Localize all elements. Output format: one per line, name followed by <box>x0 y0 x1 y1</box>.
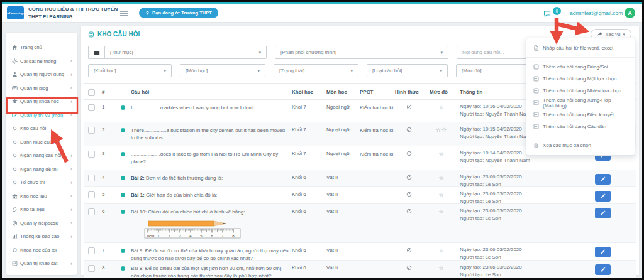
subject-cell: Ngoại ngữ <box>326 151 350 156</box>
subject-cell: Vật lí <box>326 191 338 197</box>
info-cell: Ngày tạo: 23:06 03/02/2020 Người tạo: Le… <box>460 173 595 188</box>
sidebar-item-c-i-t-h-th-ng[interactable]: Cài đặt hệ thống ‹ <box>6 55 77 68</box>
location-badge[interactable]: Bạn đang ở: Trường THPT <box>139 8 218 18</box>
created-date: Ngày tạo: 23:06 03/02/2020 <box>460 247 522 252</box>
level-stars: ☆ <box>428 104 455 110</box>
level-stars: ☆☆ <box>428 127 455 133</box>
grade-cell: Khối 7 <box>292 151 306 156</box>
sidebar-item-trang-ch-[interactable]: Trang chủ <box>6 41 77 55</box>
question-text: .....................does it take to go … <box>131 151 289 166</box>
row-checkbox[interactable] <box>88 104 95 111</box>
format-radio-icon <box>394 265 424 272</box>
menu-item[interactable]: Xóa các mục đã chọn <box>526 139 635 151</box>
user-email[interactable]: admintest@gmail.com <box>570 10 623 16</box>
row-checkbox[interactable] <box>88 265 95 272</box>
col-subject: Môn học <box>326 89 347 95</box>
row-checkbox[interactable] <box>88 247 95 254</box>
sidebar-item-t-ch-c-thi[interactable]: Tổ chức thi ‹ <box>6 176 77 190</box>
folder-select-value: [Thư mục] <box>110 50 133 55</box>
menu-item[interactable]: Thêm câu hỏi dạng Đúng/Sai <box>526 61 635 73</box>
edit-button[interactable] <box>595 208 611 218</box>
creator-name: Người tạo: Nguyễn Thành Nam <box>460 111 530 117</box>
subject-select-value: [Môn học] <box>186 68 208 73</box>
menu-item[interactable]: Thêm câu hỏi dạng Điền khuyết <box>526 109 635 121</box>
sidebar: Trang chủ Cài đặt hệ thống ‹ Quản trị ng… <box>6 33 77 275</box>
edit-button[interactable] <box>595 174 611 185</box>
menu-item-label: Nhập câu hỏi từ file word, excel <box>543 45 613 51</box>
subject-cell: Ngoại ngữ <box>326 104 350 110</box>
brand-logo[interactable]: eLearning <box>7 6 24 19</box>
chevron-left-icon: ‹ <box>70 234 72 240</box>
menu-item-label: Thêm câu hỏi dạng Câu dẫn <box>543 124 606 129</box>
subject-cell: Vật lí <box>326 175 338 180</box>
row-checkbox[interactable] <box>88 191 95 198</box>
row-checkbox[interactable] <box>88 127 95 134</box>
sidebar-item-kh-a-h-c-c-a-t-i[interactable]: Khóa học của tôi <box>6 244 77 257</box>
curriculum-select[interactable]: [Phân phối chương trình]▾ <box>275 46 448 59</box>
level-stars: ☆ <box>428 175 455 181</box>
sidebar-item-qu-n-l-helpdesk[interactable]: Quản lý helpdesk ‹ <box>6 217 77 230</box>
subject-cell: Ngoại ngữ <box>326 127 350 132</box>
menu-item-label: Thêm câu hỏi dạng Đúng/Sai <box>543 64 608 70</box>
sidebar-item-danh-m-c-c-u-h-i[interactable]: Danh mục câu hỏi <box>6 136 77 149</box>
menu-item[interactable]: Thêm câu hỏi dạng Nhiều lựa chọn <box>526 85 635 97</box>
format-radio-icon <box>394 247 424 254</box>
grade-select[interactable]: [Khối học]▾ <box>88 64 172 77</box>
edit-button[interactable] <box>595 191 611 202</box>
sidebar-item-kho-t-i-li-u[interactable]: Kho tài liệu ‹ <box>6 203 77 217</box>
created-date: Ngày tạo: 10:14 04/02/2020 <box>460 150 522 156</box>
menu-item-label: Thêm câu hỏi dạng Điền khuyết <box>543 112 614 117</box>
status-select-value: [Trạng thái] <box>279 68 304 73</box>
screenshot-frame: eLearning CỔNG HỌC LIỆU & THI TRỰC TUYẾN… <box>0 0 644 280</box>
menu-item[interactable]: Nhập câu hỏi từ file word, excel <box>526 42 635 54</box>
menu-item[interactable]: Thêm câu hỏi dạng Xứng-Hợp (Matching) <box>526 97 635 109</box>
app-window: eLearning CỔNG HỌC LIỆU & THI TRỰC TUYẾN… <box>2 2 642 278</box>
creator-name: Người tạo: Nguyễn Thành Nam <box>460 158 530 163</box>
status-dot-icon <box>121 266 125 271</box>
question-type-select[interactable]: [Loại câu hỏi]▾ <box>367 64 448 77</box>
grade-cell: Khối 6 <box>292 191 306 197</box>
sidebar-item-qu-n-tr-kh-o-s-t[interactable]: Quản trị khảo sát ‹ <box>6 257 77 271</box>
menu-item[interactable]: Thêm câu hỏi dạng Câu dẫn <box>526 121 635 132</box>
sidebar-item-qu-n-tr-kh-a-h-c[interactable]: Quản trị khóa học ‹ <box>6 95 77 109</box>
subject-select[interactable]: [Môn học]▾ <box>180 64 265 77</box>
sidebar-item-label: Quản lý helpdesk <box>20 220 70 226</box>
folder-select[interactable]: [Thư mục]▾ <box>104 46 267 59</box>
sidebar-item-label: Trang chủ <box>20 45 72 50</box>
level-stars: ☆ <box>428 151 455 157</box>
sidebar-item-kho-h-c-li-u[interactable]: Kho học liệu ‹ <box>6 190 77 203</box>
row-index: 1 <box>102 104 104 110</box>
share-arrow-icon <box>597 31 602 37</box>
brand-title: CỔNG HỌC LIỆU & THI TRỰC TUYẾN THPT ELEA… <box>28 6 118 20</box>
grade-cell: Khối 6 <box>292 265 306 271</box>
format-radio-icon <box>394 175 424 181</box>
table-row: 4 Bài 2: Đơn vị đo thể tích thường dùng … <box>84 170 636 187</box>
menu-item-label: Thêm câu hỏi dạng Nhiều lựa chọn <box>543 88 621 94</box>
sidebar-item-qu-n-tr-ng-i-d-ng[interactable]: Quản trị người dùng ‹ <box>6 68 77 82</box>
messages-icon[interactable] <box>543 9 552 20</box>
question-type-select-value: [Loại câu hỏi] <box>372 68 402 73</box>
edit-button[interactable] <box>595 247 611 257</box>
created-date: Ngày tạo: 23:06 03/02/2020 <box>460 208 522 213</box>
sidebar-item-kho-c-u-h-i[interactable]: Kho câu hỏi <box>6 122 77 136</box>
level-stars: ☆ <box>428 247 455 254</box>
format-radio-icon <box>394 127 424 134</box>
sidebar-item-ng-n-h-ng-c-u-h-i[interactable]: Ngân hàng câu hỏi ‹ <box>6 149 77 163</box>
sidebar-item-ng-n-h-ng-thi[interactable]: Ngân hàng đề thi ‹ <box>6 163 77 176</box>
folder-picker-button[interactable] <box>88 46 105 59</box>
sidebar-item-qu-n-l-thi-v2-m-i-[interactable]: Quản lý thi v2 (mới) ‹ <box>6 109 77 122</box>
menu-item[interactable]: Thêm câu hỏi dạng Một lựa chọn <box>526 73 635 85</box>
sidebar-item-th-ng-k-b-o-c-o[interactable]: Thống kê báo cáo ‹ <box>6 230 77 244</box>
menu-divider <box>526 57 635 58</box>
user-icon <box>12 72 20 77</box>
subject-cell: Vật lí <box>326 208 338 214</box>
row-checkbox[interactable] <box>88 151 95 158</box>
row-checkbox[interactable] <box>88 208 95 215</box>
edit-button[interactable] <box>595 264 611 275</box>
avatar[interactable]: A <box>625 8 635 18</box>
sidebar-item-qu-n-tr-blog[interactable]: Quản trị blog ‹ <box>6 82 77 95</box>
row-checkbox[interactable] <box>88 175 95 181</box>
status-select[interactable]: [Trạng thái]▾ <box>274 64 358 77</box>
select-all-checkbox[interactable] <box>88 89 95 96</box>
hamburger-menu-icon[interactable] <box>120 11 128 18</box>
